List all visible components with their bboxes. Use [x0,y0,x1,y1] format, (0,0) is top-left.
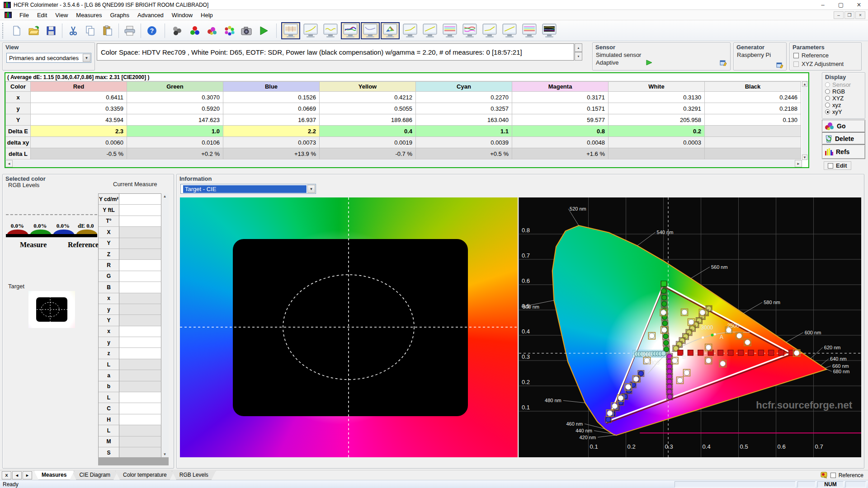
rgb-measure-icon[interactable] [187,23,203,39]
paste-icon[interactable] [99,23,116,39]
table-cell[interactable]: 0.3171 [512,92,609,103]
table-cell[interactable] [705,137,801,148]
measure-row-value[interactable] [119,436,161,447]
table-cell[interactable]: 0.4 [320,126,416,137]
chevron-down-icon[interactable]: ▼ [83,54,90,62]
measure-row-value[interactable] [119,293,161,304]
measure-row-value[interactable] [119,271,161,282]
table-cell[interactable]: 0.5920 [127,103,223,114]
measure-row-value[interactable] [119,370,161,381]
tab-color-temperature[interactable]: Color temperature [115,471,175,480]
next-tab-icon[interactable]: ► [23,471,32,479]
table-cell[interactable]: 0.6411 [31,92,127,103]
view-mode-dropdown[interactable]: Primaries and secondaries ▼ [6,53,91,63]
help-icon[interactable]: ? [144,23,160,39]
table-cell[interactable]: 205.958 [609,114,705,126]
scroll-right-icon[interactable]: ► [795,160,802,167]
menu-help[interactable]: Help [197,10,217,20]
tab-cie-diagram[interactable]: CIE Diagram [71,471,118,480]
chevron-down-icon[interactable]: ▼ [307,185,315,193]
table-cell[interactable] [609,148,705,160]
reference-view-checkbox[interactable] [830,473,836,478]
radio-icon[interactable] [825,109,830,114]
measure-row-value[interactable] [119,249,161,260]
close-tab-button[interactable]: X [2,471,11,479]
radio-icon[interactable] [825,103,830,108]
menu-edit[interactable]: Edit [33,10,51,20]
scroll-down-icon[interactable]: ▼ [802,155,807,160]
info-bar-spinner[interactable]: ▲▼ [575,43,582,61]
sensor-config-icon[interactable] [720,60,727,66]
luminance-graph-icon[interactable] [321,22,340,39]
table-cell[interactable]: 0.1571 [512,103,609,114]
sensor-run-icon[interactable] [646,60,652,66]
display-option-xyz[interactable]: xyz [822,102,865,108]
table-cell[interactable]: 0.2 [609,126,705,137]
table-cell[interactable]: 147.623 [127,114,223,126]
tab-measures[interactable]: Measures [34,471,74,480]
nearwhite-graph-icon[interactable] [420,22,439,39]
colorchecker-graph-icon[interactable] [520,22,539,39]
menu-view[interactable]: View [51,10,72,20]
display-option-xyz[interactable]: XYZ [822,95,865,102]
table-cell[interactable]: 0.2270 [416,92,512,103]
table-cell[interactable]: 0.130 [705,114,801,126]
table-cell[interactable]: -0.5 % [31,148,127,160]
measure-row-value[interactable] [119,315,161,326]
menu-graphs[interactable]: Graphs [106,10,133,20]
table-cell[interactable]: +0.5 % [416,148,512,160]
table-cell[interactable]: +13.9 % [223,148,320,160]
menu-advanced[interactable]: Advanced [133,10,168,20]
measure-row-value[interactable] [119,326,161,337]
measure-row-value[interactable] [119,282,161,293]
table-cell[interactable]: 0.5055 [320,103,416,114]
pattern-icon[interactable] [221,23,237,39]
menu-file[interactable]: File [15,10,33,20]
prev-tab-icon[interactable]: ◄ [12,471,22,479]
save-icon[interactable] [43,23,59,39]
mdi-restore-button[interactable]: ❐ [844,11,854,19]
measure-row-value[interactable] [119,216,161,227]
table-cell[interactable]: 0.3130 [609,92,705,103]
run-icon[interactable] [255,23,272,39]
contrast-graph-icon[interactable] [480,22,499,39]
display-option-xyy[interactable]: xyY [822,108,865,115]
radio-icon[interactable] [825,89,830,94]
table-cell[interactable]: 0.2446 [705,92,801,103]
table-cell[interactable]: 0.1526 [223,92,320,103]
table-cell[interactable]: 2.2 [223,126,320,137]
cut-icon[interactable] [65,23,81,39]
display-option-rgb[interactable]: RGB [822,88,865,95]
table-cell[interactable]: 0.8 [512,126,609,137]
free-measures-graph-icon[interactable] [540,22,559,39]
satlum-graph-icon[interactable] [440,22,459,39]
table-cell[interactable]: 0.0669 [223,103,320,114]
table-cell[interactable]: 0.0019 [320,137,416,148]
maximize-button[interactable]: ▢ [832,0,850,9]
delete-button[interactable]: Delete [822,132,865,145]
table-cell[interactable]: 0.4212 [320,92,416,103]
snapshot-icon[interactable] [238,23,255,39]
table-cell[interactable]: 0.0003 [609,137,705,148]
calibrate-icon[interactable] [204,23,220,39]
measure-row-value[interactable] [119,304,161,315]
measure-table-scrollbar[interactable]: ▲ ▼ [162,193,169,457]
table-cell[interactable]: 1.0 [127,126,223,137]
toolbar-drag-handle[interactable] [2,23,4,39]
notes-icon[interactable] [821,472,828,479]
sensor-icon[interactable] [170,23,186,39]
table-cell[interactable]: +1.6 % [512,148,609,160]
edit-checkbox[interactable] [828,163,833,169]
table-cell[interactable]: 0.3291 [609,103,705,114]
print-icon[interactable] [122,23,138,39]
histogram-graph-icon[interactable] [500,22,519,39]
minimize-button[interactable]: – [814,0,832,9]
go-button[interactable]: Go [822,120,865,132]
measures-grid-icon[interactable] [281,22,300,39]
mdi-minimize-button[interactable]: – [834,11,844,19]
tab-rgb-levels[interactable]: RGB Levels [172,471,216,480]
measure-row-value[interactable] [119,194,161,205]
mdi-close-button[interactable]: × [855,11,865,19]
table-cell[interactable]: -0.7 % [320,148,416,160]
copy-icon[interactable] [82,23,99,39]
